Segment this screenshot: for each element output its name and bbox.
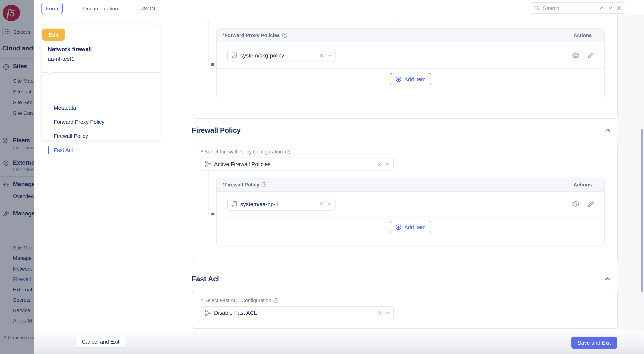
service-switcher-label: Select s [13, 29, 30, 35]
step-fast-acl-active[interactable]: Fast Acl [54, 147, 73, 153]
forward-proxy-section-card: *Forward Proxy Policies Actions system/s… [192, 4, 618, 119]
firewall-policy-value: system/aa-np-1 [240, 201, 317, 207]
sidebar-item-managed-overview[interactable]: Overview [13, 193, 34, 199]
search-icon [534, 5, 540, 11]
add-item-button[interactable]: Add item [390, 221, 431, 233]
sidebar-group-manage[interactable]: Manage [13, 210, 34, 217]
advanced-nav-toggle[interactable]: Advanced nav [3, 335, 34, 340]
fast-acl-config-label-row: * Select Fast ACL Configuration [201, 298, 279, 303]
tab-form-active[interactable]: Form [42, 3, 62, 14]
firewall-config-select[interactable]: Active Firewall Policies [201, 158, 394, 171]
sidebar-item-site-management[interactable]: Site Man [13, 245, 34, 251]
sidebar-item-external-overview[interactable]: Overview [13, 166, 34, 172]
divider-notch [48, 71, 52, 75]
step-metadata[interactable]: Metadata [54, 105, 76, 111]
divider [0, 329, 34, 329]
step-firewall-policy[interactable]: Firewall Policy [54, 133, 88, 139]
choice-icon [205, 310, 211, 316]
sidebar-item-manage[interactable]: Manage [13, 255, 32, 261]
firewall-config-value: Active Firewall Policies [214, 161, 375, 167]
save-and-exit-button[interactable]: Save and Exit [572, 336, 617, 349]
sidebar-group-external[interactable]: Externa [13, 159, 34, 166]
scrollbar-thumb[interactable] [642, 129, 643, 292]
f5-logo-text: f5 [7, 7, 15, 19]
sidebar-group-managed[interactable]: Manage [13, 181, 34, 188]
edit-icon[interactable] [586, 200, 595, 208]
sidebar-item-site-security[interactable]: Site Secu [13, 99, 34, 105]
firewall-policy-heading: Firewall Policy [192, 126, 241, 135]
panel-header: *Firewall Policy Actions [217, 178, 604, 192]
chevron-down-icon[interactable] [386, 311, 390, 314]
screen: f5 Select s Cloud and Sites Site Map Sit… [0, 0, 644, 354]
collapse-section-icon[interactable] [605, 128, 610, 132]
edit-mode-badge: Edit [42, 29, 65, 41]
sidebar-item-alerts[interactable]: Alerts M [13, 318, 32, 324]
chevron-down-icon[interactable] [328, 54, 332, 57]
firewall-policy-select[interactable]: system/aa-np-1 [228, 197, 336, 210]
search-next-icon[interactable] [607, 5, 613, 11]
actions-column-header: Actions [574, 33, 597, 38]
firewall-config-label: * Select Firewall Policy Configuration [201, 149, 283, 155]
sidebar-group-fleets[interactable]: Fleets [13, 137, 30, 144]
sidebar-item-networking[interactable]: Network [13, 266, 32, 272]
panel-header: *Forward Proxy Policies Actions [217, 29, 604, 42]
help-icon[interactable] [262, 182, 267, 187]
cancel-and-exit-button[interactable]: Cancel and Exit [75, 336, 126, 347]
sidebar-item-service[interactable]: Service [13, 307, 30, 313]
sidebar-item-site-map[interactable]: Site Map [13, 78, 34, 84]
sidebar-group-sites[interactable]: Sites [13, 63, 27, 70]
view-icon[interactable] [572, 200, 580, 208]
search-prev-icon[interactable] [599, 5, 605, 11]
connector-line [208, 19, 208, 65]
chevron-down-icon[interactable] [386, 163, 390, 165]
sidebar-item-site-list[interactable]: Site List [13, 89, 32, 95]
search-bar [530, 2, 625, 14]
step-forward-proxy-policy[interactable]: Forward Proxy Policy [54, 119, 104, 125]
view-icon[interactable] [572, 51, 580, 59]
panel-footer: Add item [217, 69, 604, 98]
divider [0, 58, 34, 59]
topbar: Documentation JSON Form [34, 0, 644, 15]
fast-acl-config-label: * Select Fast ACL Configuration [201, 298, 271, 303]
sidebar-item-secrets[interactable]: Secrets [13, 297, 30, 303]
form-footer: Cancel and Exit Save and Exit [34, 331, 644, 354]
policy-doc-icon [232, 201, 238, 207]
help-icon[interactable] [274, 298, 279, 303]
helm-icon [3, 182, 9, 188]
collapse-section-icon[interactable] [605, 277, 610, 280]
policy-doc-icon [232, 52, 238, 58]
help-icon[interactable] [285, 149, 290, 154]
add-item-label: Add item [404, 224, 426, 230]
clear-icon[interactable] [378, 311, 382, 314]
edit-stepper-card: Edit Network firewall aa-nf-test1 Metada… [42, 24, 160, 141]
service-switcher-button[interactable]: Select s [2, 27, 34, 37]
add-item-button[interactable]: Add item [390, 73, 431, 85]
fast-acl-heading: Fast Acl [192, 275, 219, 283]
search-input[interactable] [542, 5, 593, 11]
active-step-indicator [48, 146, 49, 154]
divider [0, 132, 34, 132]
sidebar-item-external[interactable]: External [13, 286, 32, 292]
forward-proxy-policy-value: system/skg-policy [240, 52, 317, 58]
panel-footer: Add item [217, 216, 604, 246]
actions-column-header: Actions [574, 182, 597, 187]
view-tabs: Documentation JSON Form [42, 3, 158, 14]
tab-json[interactable]: JSON [139, 3, 157, 14]
edit-icon[interactable] [586, 51, 595, 59]
clear-icon[interactable] [320, 202, 323, 206]
search-close-icon[interactable] [616, 5, 622, 11]
f5-logo[interactable]: f5 [2, 5, 20, 21]
object-name: aa-nf-test1 [48, 56, 74, 62]
sidebar-item-fleets-overview[interactable]: Overview [13, 145, 34, 151]
help-icon[interactable] [282, 33, 287, 38]
clear-icon[interactable] [378, 162, 382, 166]
clear-icon[interactable] [320, 53, 323, 57]
firewall-config-label-row: * Select Firewall Policy Configuration [201, 149, 290, 155]
sidebar-item-site-connectivity[interactable]: Site Con [13, 110, 33, 116]
tab-documentation[interactable]: Documentation [62, 3, 139, 14]
object-type-title: Network firewall [48, 46, 92, 53]
chevron-down-icon[interactable] [328, 203, 332, 205]
fast-acl-config-select[interactable]: Disable Fast ACL [201, 306, 394, 319]
sidebar-item-firewall-active[interactable]: Firewall [13, 276, 31, 282]
forward-proxy-policy-select[interactable]: system/skg-policy [228, 49, 336, 62]
